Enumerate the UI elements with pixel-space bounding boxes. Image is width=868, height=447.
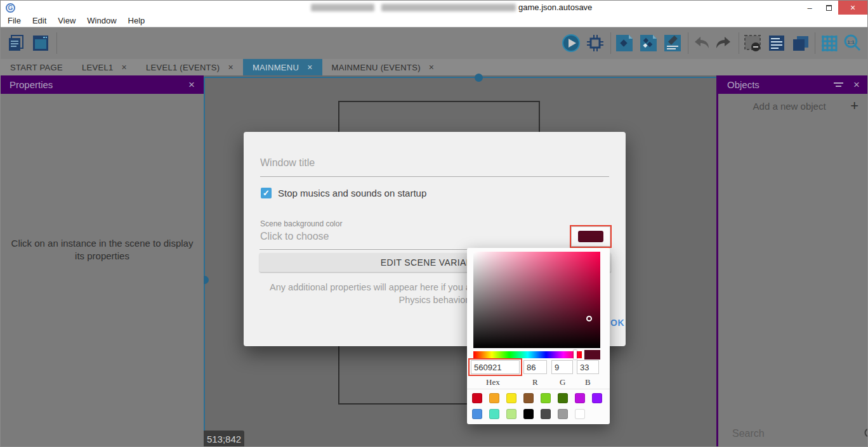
project-manager-icon[interactable]: [31, 34, 50, 53]
preset-color-swatch[interactable]: [558, 393, 568, 403]
preset-color-swatch[interactable]: [472, 409, 482, 419]
menu-file[interactable]: File: [2, 16, 27, 25]
zoom-ratio-label: 1:1: [847, 39, 855, 45]
menu-edit[interactable]: Edit: [27, 16, 52, 25]
ok-button[interactable]: OK: [610, 318, 624, 328]
g-label: G: [560, 377, 565, 387]
start-page-icon[interactable]: [7, 34, 26, 53]
close-button[interactable]: ×: [838, 1, 867, 15]
tab-bar: START PAGE LEVEL1× LEVEL1 (EVENTS)× MAIN…: [1, 59, 867, 75]
menu-window[interactable]: Window: [81, 16, 122, 25]
add-object-button[interactable]: Add a new object +: [718, 94, 868, 118]
green-input[interactable]: [551, 360, 573, 374]
selection-border-top: [204, 77, 716, 78]
preset-color-swatch[interactable]: [506, 393, 516, 403]
hex-input[interactable]: [471, 360, 520, 374]
close-tab-icon[interactable]: ×: [429, 62, 434, 72]
tab-level1[interactable]: LEVEL1×: [72, 59, 136, 75]
stop-musics-label: Stop musics and sounds on startup: [278, 188, 426, 198]
debug-icon[interactable]: [586, 34, 605, 53]
divider: [467, 389, 610, 389]
red-input[interactable]: [523, 360, 547, 374]
hue-slider[interactable]: [473, 351, 582, 358]
hex-label: Hex: [486, 377, 500, 387]
add-object-label: Add a new object: [728, 101, 850, 112]
menu-help[interactable]: Help: [122, 16, 151, 25]
b-label: B: [585, 377, 591, 387]
objects-panel-header: Objects ×: [718, 75, 868, 94]
preset-color-swatch[interactable]: [592, 393, 602, 403]
r-label: R: [532, 377, 538, 387]
objects-search-row: [718, 419, 868, 447]
preset-color-swatch[interactable]: [541, 409, 551, 419]
search-icon[interactable]: [864, 427, 868, 440]
saturation-marker[interactable]: [586, 316, 592, 321]
objects-panel: Objects × Add a new object +: [716, 75, 868, 447]
menu-bar: File Edit View Window Help: [1, 15, 867, 27]
tab-level1-events[interactable]: LEVEL1 (EVENTS)×: [136, 59, 243, 75]
properties-panel: Properties × Click on an instance in the…: [1, 75, 204, 447]
properties-panel-title: Properties: [10, 79, 53, 90]
annotation-box-hex-input: [468, 358, 522, 376]
edit-scene-properties-icon[interactable]: [663, 34, 682, 53]
minimize-button[interactable]: –: [800, 1, 819, 15]
instances-list-icon[interactable]: [791, 34, 810, 53]
search-input[interactable]: [732, 428, 864, 439]
window-title-field[interactable]: [260, 157, 603, 169]
tab-mainmenu-events[interactable]: MAINMENU (EVENTS)×: [322, 59, 444, 75]
preset-color-swatch[interactable]: [506, 409, 516, 419]
stop-musics-checkbox[interactable]: ✓: [261, 188, 272, 198]
tab-mainmenu[interactable]: MAINMENU×: [243, 59, 322, 75]
preset-color-swatch[interactable]: [523, 409, 534, 419]
preset-color-swatch[interactable]: [489, 409, 499, 419]
preset-color-swatch[interactable]: [541, 393, 551, 403]
filter-icon[interactable]: [834, 81, 843, 89]
cursor-coordinates-badge: 513;842: [204, 431, 244, 447]
undo-icon[interactable]: [692, 34, 711, 53]
objects-panel-title: Objects: [727, 79, 760, 90]
play-preview-icon[interactable]: [562, 34, 581, 53]
color-swatch-button[interactable]: [571, 226, 610, 247]
preset-color-swatch[interactable]: [558, 409, 568, 419]
color-picker-popup: Hex R G B: [467, 248, 610, 424]
restore-button[interactable]: [819, 1, 838, 15]
properties-panel-header: Properties ×: [1, 75, 204, 94]
saturation-value-area[interactable]: [473, 252, 600, 348]
selection-handle[interactable]: [475, 74, 483, 82]
redacted-path-segment: [381, 4, 516, 11]
redacted-path-segment: [311, 4, 374, 11]
toolbar: 1:1: [1, 27, 867, 59]
preset-color-swatch[interactable]: [575, 409, 585, 419]
close-tab-icon[interactable]: ×: [228, 62, 233, 72]
redo-icon[interactable]: [714, 34, 733, 53]
render-mask-icon[interactable]: [743, 34, 762, 53]
close-panel-icon[interactable]: ×: [853, 79, 860, 91]
tab-start-page[interactable]: START PAGE: [1, 59, 72, 75]
layers-list-icon[interactable]: [767, 34, 786, 53]
preset-color-swatch[interactable]: [575, 393, 585, 403]
close-panel-icon[interactable]: ×: [188, 79, 195, 91]
window-title: game.json.autosave: [518, 3, 592, 12]
current-color-preview: [584, 350, 600, 360]
export-scene-icon[interactable]: [615, 34, 634, 53]
annotation-box-color-swatch: [570, 225, 612, 248]
preset-color-swatch[interactable]: [472, 393, 482, 403]
selection-border-left: [204, 77, 205, 447]
background-color-field[interactable]: [260, 231, 527, 242]
gdevelop-logo-icon: G: [6, 3, 15, 13]
close-tab-icon[interactable]: ×: [121, 62, 126, 72]
scene-background-color-label: Scene background color: [260, 219, 342, 228]
close-tab-icon[interactable]: ×: [307, 62, 312, 72]
grid-icon[interactable]: [820, 34, 839, 53]
preset-color-swatch[interactable]: [523, 393, 534, 403]
preset-color-swatch[interactable]: [489, 393, 499, 403]
zoom-original-icon[interactable]: 1:1: [843, 34, 862, 53]
preset-colors-row: [472, 393, 602, 403]
gdevelop-window: G game.json.autosave – × File Edit View …: [0, 0, 868, 447]
restore-icon: [826, 5, 832, 11]
scene-background-color-swatch[interactable]: [578, 231, 603, 242]
blue-input[interactable]: [577, 360, 599, 374]
hue-slider-handle[interactable]: [574, 350, 577, 360]
menu-view[interactable]: View: [52, 16, 81, 25]
export-all-scenes-icon[interactable]: [639, 34, 658, 53]
